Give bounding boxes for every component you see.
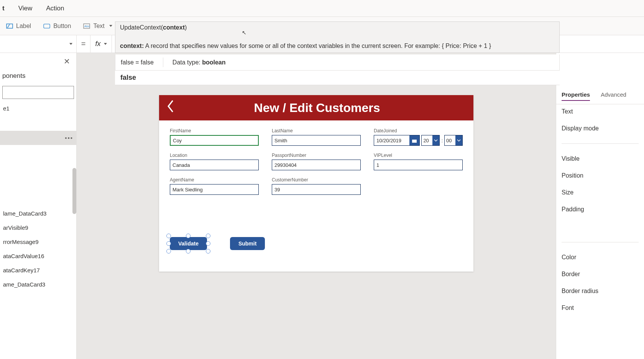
field-label: CustomerNumber xyxy=(272,177,361,183)
agent-input[interactable]: Mark Siedling xyxy=(170,184,259,195)
validate-button[interactable]: Validate xyxy=(170,237,207,250)
divider xyxy=(562,242,639,242)
tree-item[interactable]: ame_DataCard3 xyxy=(0,277,76,291)
app-title: New / Edit Customers xyxy=(183,101,451,115)
tree-item[interactable]: ataCardValue16 xyxy=(0,249,76,263)
result-datatype: Data type: boolean xyxy=(172,59,226,66)
insert-label-button[interactable]: Label xyxy=(0,17,37,35)
divider xyxy=(163,58,163,67)
tree-item[interactable]: rrorMessage9 xyxy=(0,235,76,249)
prop-color[interactable]: Color xyxy=(562,254,639,261)
properties-tabs: Properties Advanced xyxy=(556,91,644,104)
datejoined-input[interactable]: 10/20/2019 xyxy=(374,135,420,146)
field-label: PassportNumber xyxy=(272,153,361,158)
chevron-down-icon xyxy=(104,43,107,45)
tree-item[interactable]: lame_DataCard3 xyxy=(0,206,76,221)
property-selector[interactable] xyxy=(0,35,77,53)
tree-view: e1 ••• lame_DataCard3 arVisible9 rrorMes… xyxy=(0,101,76,359)
tree-item-selected[interactable]: ••• xyxy=(0,131,76,145)
fx-label: fx xyxy=(95,40,100,48)
fx-button[interactable]: fx xyxy=(90,35,112,53)
menu-truncated[interactable]: t xyxy=(0,5,12,12)
tree-tab-components[interactable]: ponents xyxy=(0,70,76,84)
divider xyxy=(562,143,639,144)
field-label: Location xyxy=(170,153,259,158)
field-datejoined: DateJoined 10/20/2019 20 : xyxy=(374,128,463,146)
prop-visible[interactable]: Visible xyxy=(562,155,639,162)
equals-sign: = xyxy=(77,35,90,53)
canvas[interactable]: New / Edit Customers FirstName Coy LastN… xyxy=(77,53,556,359)
prop-position[interactable]: Position xyxy=(562,172,639,179)
chevron-down-icon xyxy=(432,135,439,145)
passport-input[interactable]: 29930404 xyxy=(272,160,361,170)
chevron-down-icon xyxy=(455,135,462,145)
prop-padding[interactable]: Padding xyxy=(562,206,639,213)
workspace: ✕ ponents e1 ••• lame_DataCard3 arVisibl… xyxy=(0,53,644,359)
lastname-input[interactable]: Smith xyxy=(272,135,361,146)
button-label: Submit xyxy=(238,240,256,247)
text-icon: Abc xyxy=(83,23,90,30)
calendar-icon[interactable] xyxy=(409,135,419,145)
tree-item[interactable]: ataCardKey17 xyxy=(0,263,76,277)
tree-item-label: e1 xyxy=(3,105,10,112)
scrollbar[interactable] xyxy=(72,168,76,214)
field-label: LastName xyxy=(272,128,361,133)
properties-list: Text Display mode Visible Position Size … xyxy=(556,104,644,315)
prop-size[interactable]: Size xyxy=(562,189,639,196)
more-icon[interactable]: ••• xyxy=(65,135,73,141)
app-screen: New / Edit Customers FirstName Coy LastN… xyxy=(159,95,473,272)
back-icon[interactable] xyxy=(166,100,176,116)
field-agent: AgentName Mark Siedling xyxy=(170,177,259,195)
field-label: VIPLevel xyxy=(374,153,463,158)
svg-rect-2 xyxy=(44,24,50,28)
svg-text:Abc: Abc xyxy=(84,25,90,28)
location-input[interactable]: Canada xyxy=(170,160,259,170)
tree-search-input[interactable] xyxy=(2,86,74,99)
field-customerno: CustomerNumber 39 xyxy=(272,177,361,195)
app-header: New / Edit Customers xyxy=(159,95,473,120)
prop-border[interactable]: Border xyxy=(562,271,639,278)
prop-font[interactable]: Font xyxy=(562,305,639,311)
menu-view[interactable]: View xyxy=(12,5,39,12)
formula-result-bar: false = false Data type: boolean xyxy=(115,54,560,71)
tab-properties[interactable]: Properties xyxy=(562,91,590,101)
prop-text[interactable]: Text xyxy=(562,108,639,115)
close-panel-button[interactable]: ✕ xyxy=(0,53,76,70)
button-row: Validate Submit xyxy=(159,229,473,258)
hour-select[interactable]: 20 xyxy=(421,135,440,146)
intellisense-signature: UpdateContext(context) ↖ xyxy=(120,24,555,31)
vip-input[interactable]: 1 xyxy=(374,160,463,170)
insert-button-button[interactable]: Button xyxy=(37,17,77,35)
button-icon xyxy=(43,23,50,30)
formula-result-value: false xyxy=(115,71,560,85)
insert-text-button[interactable]: Abc Text xyxy=(77,17,118,35)
customerno-input[interactable]: 39 xyxy=(272,184,361,195)
menu-action[interactable]: Action xyxy=(39,5,71,12)
chevron-down-icon xyxy=(109,25,112,27)
chevron-down-icon xyxy=(69,43,72,45)
time-separator: : xyxy=(441,138,443,143)
insert-button-text: Button xyxy=(53,23,71,30)
insert-text-text: Text xyxy=(93,23,104,30)
svg-line-1 xyxy=(7,24,10,28)
form: FirstName Coy LastName Smith DateJoined … xyxy=(159,120,473,203)
submit-button[interactable]: Submit xyxy=(230,237,265,250)
field-firstname: FirstName Coy xyxy=(170,128,259,146)
firstname-input[interactable]: Coy xyxy=(170,135,259,146)
prop-borderradius[interactable]: Border radius xyxy=(562,288,639,295)
menu-bar: t View Action xyxy=(0,0,644,17)
tree-item[interactable]: arVisible9 xyxy=(0,221,76,235)
svg-rect-6 xyxy=(412,138,417,140)
formula-intellisense: UpdateContext(context) ↖ context: A reco… xyxy=(115,21,560,53)
prop-displaymode[interactable]: Display mode xyxy=(562,125,639,132)
tree-item-screen[interactable]: e1 xyxy=(0,101,76,115)
field-label: DateJoined xyxy=(374,128,463,133)
properties-panel: Properties Advanced Text Display mode Vi… xyxy=(556,53,644,359)
field-passport: PassportNumber 29930404 xyxy=(272,153,361,170)
field-lastname: LastName Smith xyxy=(272,128,361,146)
minute-select[interactable]: 00 xyxy=(444,135,463,146)
tab-advanced[interactable]: Advanced xyxy=(601,91,626,101)
cursor-icon: ↖ xyxy=(242,30,246,36)
field-location: Location Canada xyxy=(170,153,259,170)
button-label: Validate xyxy=(178,240,199,247)
